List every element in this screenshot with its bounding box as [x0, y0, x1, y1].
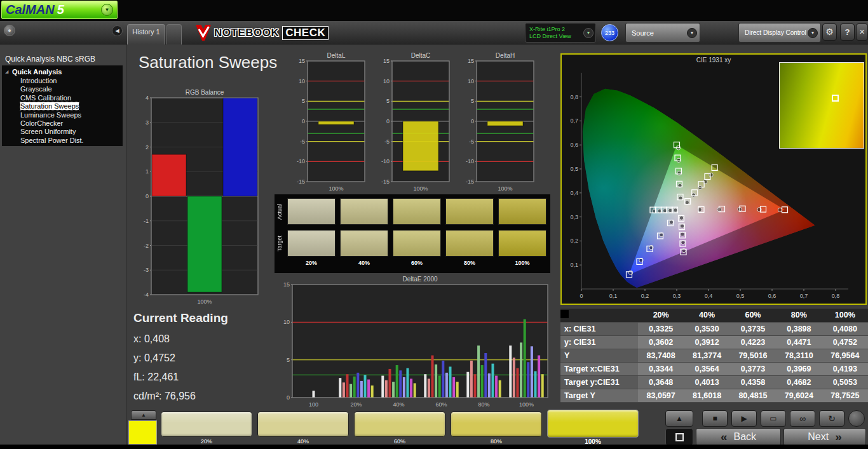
- svg-text:100%: 100%: [413, 185, 428, 192]
- svg-text:-4: -4: [144, 292, 149, 298]
- sidebar-item-grayscale[interactable]: Grayscale: [2, 85, 123, 93]
- sidebar-item-introduction[interactable]: Introduction: [2, 77, 123, 85]
- link-button[interactable]: ∞: [790, 410, 815, 427]
- svg-text:60%: 60%: [435, 401, 447, 408]
- table-cell: 79,5016: [730, 349, 776, 362]
- svg-text:20%: 20%: [350, 401, 362, 408]
- sidebar-item-cms-calibration[interactable]: CMS Calibration: [2, 94, 123, 102]
- pattern-up-button[interactable]: ▲: [131, 410, 156, 420]
- table-cell: 0,3564: [684, 362, 729, 375]
- display-control-label: Direct Display Control: [745, 29, 806, 36]
- svg-text:0,1: 0,1: [570, 262, 578, 268]
- sidebar-item-saturation-sweeps[interactable]: Saturation Sweeps: [2, 102, 123, 111]
- expander-icon[interactable]: ◢: [5, 69, 8, 74]
- svg-text:-10: -10: [381, 158, 390, 164]
- next-button[interactable]: Next »: [783, 428, 866, 446]
- pattern-swatch-100%[interactable]: [547, 410, 639, 438]
- svg-text:-10: -10: [297, 158, 305, 164]
- table-col-header: 80%: [776, 309, 822, 322]
- up-arrow-icon: ▲: [675, 414, 683, 423]
- stop-button[interactable]: ■: [702, 410, 728, 427]
- title-bar: [0, 0, 868, 21]
- calman-logo: CalMAN 5 ▼: [1, 1, 118, 19]
- tab-history-1[interactable]: History 1: [127, 24, 165, 44]
- table-cell: 83,7408: [638, 349, 684, 362]
- tab-label: History 1: [132, 28, 159, 36]
- pattern-swatch-40%[interactable]: [257, 412, 349, 437]
- svg-text:15: 15: [468, 58, 474, 64]
- pattern-window-button[interactable]: ▭: [761, 410, 786, 427]
- svg-text:-3: -3: [144, 267, 149, 273]
- stop-measurement-button[interactable]: [665, 428, 693, 446]
- target-swatch-60%: [393, 230, 441, 257]
- svg-text:5: 5: [471, 98, 474, 104]
- chevron-down-icon[interactable]: ▼: [687, 28, 697, 38]
- swatch-col-label: 100%: [498, 260, 546, 266]
- pattern-swatch-80%[interactable]: [451, 412, 542, 437]
- svg-text:0,4: 0,4: [705, 293, 713, 299]
- chevron-down-icon[interactable]: ▼: [808, 28, 818, 38]
- delta-h-chart: 151050-5-10-15DeltaH100%: [459, 51, 536, 196]
- svg-text:0: 0: [580, 293, 583, 299]
- transport-up-button[interactable]: ▲: [665, 410, 693, 427]
- target-swatch-80%: [445, 230, 494, 257]
- svg-text:0,3: 0,3: [673, 293, 681, 299]
- notebookcheck-logo: NOTEBOOK CHECK: [196, 23, 329, 43]
- actual-swatch-20%: [287, 198, 336, 225]
- current-reading-panel: Current Reading x: 0,408 y: 0,4752 fL: 2…: [133, 311, 228, 410]
- chevron-down-icon[interactable]: ▼: [583, 28, 593, 38]
- sidebar-item-luminance-sweeps[interactable]: Luminance Sweeps: [2, 111, 123, 119]
- settings-button[interactable]: ⚙: [822, 23, 837, 41]
- sidebar-collapse-button[interactable]: ◀: [112, 25, 123, 36]
- play-button[interactable]: ▶: [731, 410, 757, 427]
- svg-text:5: 5: [302, 98, 305, 104]
- row-label: Target Y: [560, 389, 638, 402]
- sidebar-item-colorchecker[interactable]: ColorChecker: [2, 119, 123, 128]
- source-dropdown[interactable]: Source ▼: [625, 23, 700, 43]
- svg-text:10: 10: [383, 78, 390, 84]
- table-cell: 80,4815: [730, 389, 776, 402]
- sidebar-item-spectral-power-dist-[interactable]: Spectral Power Dist.: [2, 137, 123, 145]
- display-control-dropdown[interactable]: Direct Display Control ▼: [738, 23, 821, 43]
- tab-new[interactable]: [166, 24, 182, 44]
- svg-text:0,5: 0,5: [570, 166, 578, 172]
- measurement-table: 20%40%60%80%100%x: CIE310,33250,35300,37…: [560, 309, 868, 403]
- svg-text:15: 15: [299, 58, 305, 64]
- svg-text:100%: 100%: [197, 298, 212, 305]
- help-button[interactable]: ?: [840, 23, 855, 41]
- pattern-window-icon: ▭: [770, 414, 776, 423]
- table-col-header: 100%: [822, 309, 868, 322]
- actual-swatch-100%: [498, 198, 546, 225]
- sidebar-item-screen-uniformity[interactable]: Screen Uniformity: [2, 128, 123, 136]
- table-cell: 0,3898: [776, 322, 822, 335]
- table-cell: 0,3773: [730, 362, 776, 375]
- meter-reading-badge: 233: [601, 24, 618, 41]
- reading-x: x: 0,408: [133, 333, 228, 345]
- delta-c-chart: 151050-5-10-15DeltaC100%: [374, 51, 452, 196]
- pattern-swatch-60%[interactable]: [354, 412, 445, 437]
- table-cell: 0,3530: [684, 322, 729, 335]
- svg-text:0,2: 0,2: [641, 293, 649, 299]
- next-label: Next: [808, 431, 829, 443]
- stop-icon: ■: [712, 414, 717, 423]
- brand-check: CHECK: [282, 26, 329, 40]
- pattern-swatch-20%[interactable]: [161, 412, 252, 437]
- svg-text:0,1: 0,1: [609, 293, 618, 299]
- cie-zoom-inset: [779, 62, 864, 149]
- svg-text:1: 1: [146, 168, 149, 175]
- table-row: Target x:CIE310,33440,35640,37730,39690,…: [560, 362, 868, 375]
- svg-text:RGB Balance: RGB Balance: [186, 89, 224, 96]
- loop-button[interactable]: ↻: [819, 410, 844, 427]
- logo-menu-button[interactable]: ▼: [101, 4, 113, 16]
- cie-1931-panel: CIE 1931 xy 00,10,20,30,40,50,60,70,80,1…: [560, 53, 867, 305]
- reading-cdm2: cd/m²: 76,956: [133, 391, 228, 402]
- meter-dropdown[interactable]: X-Rite i1Pro 2 LCD Direct View ▼: [525, 23, 596, 43]
- meter-line2: LCD Direct View: [529, 33, 584, 40]
- sidebar-options-button[interactable]: ●: [4, 25, 15, 36]
- back-button[interactable]: « Back: [696, 428, 781, 446]
- sidebar-item-root[interactable]: ◢Quick Analysis: [2, 67, 123, 77]
- target-swatch-100%: [498, 230, 546, 257]
- svg-text:0,8: 0,8: [570, 94, 578, 100]
- close-button[interactable]: ✕: [856, 23, 868, 41]
- svg-text:-15: -15: [381, 178, 390, 185]
